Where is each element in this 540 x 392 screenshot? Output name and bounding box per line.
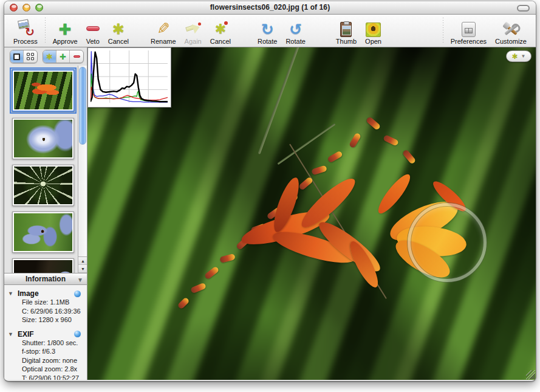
thumbnail-scrollbar[interactable]: ▲ ▼ — [78, 66, 87, 273]
toolbar-label: Rotate — [258, 38, 277, 45]
thumbnail-3-agapanthus-buds[interactable] — [12, 165, 74, 206]
magnifier-loupe-ring[interactable] — [408, 203, 487, 282]
toolbar-label: Open — [365, 38, 381, 45]
toolbar-button-veto[interactable]: Veto — [82, 18, 104, 45]
single-preview-segment[interactable] — [10, 50, 24, 63]
flower-bud — [203, 266, 219, 280]
toolbar-label: Thumb — [336, 38, 357, 45]
sidebar: ✱ ✚ ▲ ▼ — [4, 47, 87, 380]
scrollbar-thumb[interactable] — [79, 67, 86, 145]
rotate-clockwise-icon: ↻ — [261, 18, 274, 37]
disclosure-triangle-icon[interactable]: ▼ — [8, 291, 13, 297]
toolbar-label: Preferences — [451, 38, 487, 45]
info-row-file-size: File size: 1.1MB — [8, 298, 86, 307]
toolbar-toggle-button[interactable] — [517, 5, 530, 12]
rotate-counterclockwise-icon: ↺ — [289, 18, 302, 37]
cancel-rename-asterisk-icon: ✱ — [215, 18, 226, 37]
histogram-svg — [91, 50, 168, 103]
toolbar-button-thumb[interactable]: Thumb — [332, 18, 361, 45]
information-header[interactable]: Information ▼ — [4, 273, 87, 285]
thumbnail-photo — [14, 260, 72, 273]
open-image-icon — [366, 18, 381, 37]
info-row-optical-zoom: Optical zoom: 2.8x — [8, 365, 86, 374]
content: ✱ ✚ ▲ ▼ — [4, 47, 536, 380]
tag-plus-segment[interactable]: ✚ — [56, 50, 70, 63]
toolbar-button-cancel-rename[interactable]: ✱ Cancel — [206, 18, 235, 45]
toolbar-button-rotate-ccw[interactable]: ↺ Rotate — [281, 18, 309, 45]
collapse-triangle-icon[interactable]: ▼ — [77, 277, 83, 283]
flower-stem — [258, 47, 300, 154]
app-window: flowersinsects06_020.jpg (1 of 16) ↻ Pro… — [4, 1, 536, 381]
photo-preview[interactable]: ✱ ▼ — [87, 47, 536, 380]
toolbar-button-rename[interactable]: ✎ Rename — [146, 18, 180, 45]
thumbnail-1-orange-crocosmia[interactable] — [12, 69, 75, 112]
flower-petal — [374, 170, 415, 217]
again-arrow-icon — [185, 18, 201, 37]
thumb-clipboard-icon — [340, 18, 352, 37]
toolbar-label: Customize — [495, 38, 527, 45]
info-row-taken: T: 6/29/06 10:52:27 — [8, 374, 86, 380]
tag-segmented-control: ✱ ✚ — [43, 50, 84, 63]
tag-dropdown-button[interactable]: ✱ ▼ — [506, 50, 531, 62]
thumbnail-photo — [14, 167, 72, 204]
scroll-down-arrow[interactable]: ▼ — [78, 265, 87, 273]
window-title: flowersinsects06_020.jpg (1 of 16) — [4, 3, 536, 12]
exif-section: ▼ EXIF Shutter: 1/800 sec. f-stop: f/6.3… — [8, 330, 86, 380]
blue-orb-icon[interactable] — [74, 331, 81, 337]
flower-bud — [365, 116, 381, 131]
toolbar-button-approve[interactable]: ✚ Approve — [49, 18, 82, 45]
toolbar-label: Rename — [151, 38, 176, 45]
toolbar-label: Cancel — [210, 38, 231, 45]
info-row-size: Size: 1280 x 960 — [8, 315, 86, 325]
flower-bud — [349, 132, 361, 148]
thumbnail-list: ▲ ▼ — [4, 66, 87, 273]
toolbar-label: Cancel — [108, 38, 129, 45]
view-segmented-control — [10, 50, 38, 63]
asterisk-icon: ✱ — [46, 53, 53, 61]
toolbar-button-again: Again — [180, 18, 206, 45]
single-square-icon — [13, 53, 20, 60]
toolbar-label: Again — [185, 38, 202, 45]
disclosure-triangle-icon[interactable]: ▼ — [8, 331, 13, 337]
section-title: EXIF — [18, 330, 34, 339]
minus-icon — [73, 55, 80, 58]
flower-bud — [219, 253, 236, 263]
info-row-created: C: 6/29/06 16:39:36 — [8, 307, 86, 316]
toolbar-button-cancel-tag[interactable]: ✱ Cancel — [104, 18, 133, 45]
flower-bud — [190, 283, 207, 294]
scroll-up-arrow[interactable]: ▲ — [78, 257, 87, 265]
flower-bud — [327, 150, 343, 163]
image-section: ▼ Image File size: 1.1MB C: 6/29/06 16:3… — [8, 289, 86, 325]
section-title: Image — [18, 289, 39, 298]
tag-asterisk-segment[interactable]: ✱ — [43, 50, 56, 63]
toolbar-button-open[interactable]: Open — [361, 18, 386, 45]
info-row-digital-zoom: Digital zoom: none — [8, 356, 86, 365]
info-row-fstop: f-stop: f/6.3 — [8, 347, 86, 356]
thumbnail-4-flower-fly[interactable] — [12, 211, 74, 253]
grid-view-segment[interactable] — [24, 50, 37, 63]
toolbar: ↻ Process ✚ Approve Veto ✱ Cancel ✎ Rena… — [4, 15, 536, 47]
toolbar-button-rotate-cw[interactable]: ↻ Rotate — [253, 18, 281, 45]
toolbar-label: Veto — [86, 38, 100, 45]
thumbnail-photo — [14, 120, 72, 157]
image-section-header[interactable]: ▼ Image — [8, 289, 86, 298]
flower-bud — [177, 297, 190, 309]
process-icon: ↻ — [16, 18, 35, 37]
blue-orb-icon[interactable] — [74, 291, 81, 297]
sidebar-controls: ✱ ✚ — [4, 47, 87, 66]
cancel-asterisk-icon: ✱ — [112, 18, 125, 37]
toolbar-button-customize[interactable]: Customize — [491, 18, 531, 45]
thumbnail-2-agapanthus-bee[interactable] — [12, 118, 74, 159]
approve-plus-icon: ✚ — [59, 18, 72, 37]
tag-minus-segment[interactable] — [70, 50, 83, 63]
thumbnail-photo — [14, 213, 72, 251]
histogram-overlay — [87, 47, 171, 108]
asterisk-icon: ✱ — [512, 53, 518, 60]
resize-grip[interactable] — [526, 370, 535, 379]
toolbar-button-preferences[interactable]: Preferences — [446, 18, 491, 45]
grid-squares-icon — [27, 53, 34, 60]
titlebar[interactable]: flowersinsects06_020.jpg (1 of 16) — [4, 1, 536, 15]
thumbnail-5-partial[interactable] — [12, 258, 74, 273]
toolbar-button-process[interactable]: ↻ Process — [9, 18, 42, 45]
exif-section-header[interactable]: ▼ EXIF — [8, 330, 86, 339]
